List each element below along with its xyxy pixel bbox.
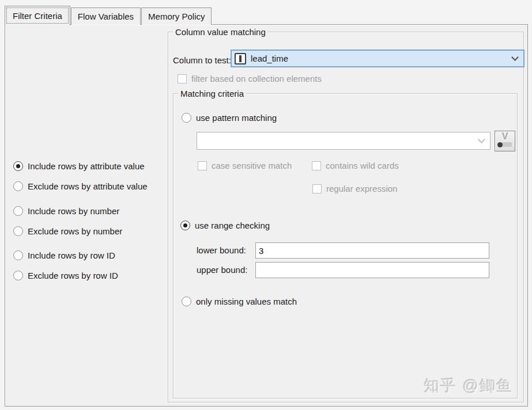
checkbox-icon: [312, 184, 322, 193]
checkbox-label: case sensitive match: [212, 161, 292, 170]
radio-use-range-checking[interactable]: use range checking: [180, 221, 270, 230]
radio-circle-icon: [13, 226, 23, 236]
radio-label: Exclude rows by attribute value: [28, 181, 148, 191]
radio-use-pattern-matching[interactable]: use pattern matching: [182, 113, 277, 123]
chevron-down-icon: [511, 54, 519, 61]
upper-bound-label: upper bound:: [197, 265, 247, 275]
radio-label: Exclude rows by row ID: [28, 271, 118, 280]
tab-flow-variables[interactable]: Flow Variables: [71, 7, 141, 25]
radio-include-by-rowid[interactable]: Include rows by row ID: [13, 250, 115, 260]
checkbox-label: contains wild cards: [326, 161, 399, 170]
case-sensitive-checkbox: case sensitive match: [198, 161, 292, 170]
collection-elements-checkbox: filter based on collection elements: [178, 74, 322, 83]
group-title: Column value matching: [173, 26, 268, 37]
watermark: 知乎 @鲫鱼: [424, 375, 513, 396]
radio-only-missing-values[interactable]: only missing values match: [182, 297, 297, 306]
radio-circle-icon: [13, 250, 23, 260]
pattern-combo: [197, 132, 491, 150]
radio-include-by-attribute[interactable]: Include rows by attribute value: [13, 161, 145, 171]
upper-bound-input[interactable]: [255, 262, 489, 278]
radio-label: Include rows by attribute value: [28, 161, 145, 171]
selected-column-name: lead_time: [251, 54, 512, 63]
tab-bar: Filter Criteria Flow Variables Memory Po…: [5, 6, 212, 25]
checkbox-icon: [198, 161, 207, 170]
lower-bound-label: lower bound:: [197, 245, 246, 255]
integer-column-icon: [235, 53, 246, 64]
radio-label: use range checking: [195, 221, 270, 230]
chevron-down-icon: [478, 136, 485, 143]
checkbox-label: regular expression: [326, 184, 397, 193]
radio-label: Exclude rows by number: [28, 226, 122, 236]
tab-memory-policy[interactable]: Memory Policy: [141, 7, 212, 25]
checkbox-icon: [178, 74, 187, 83]
radio-label: Include rows by row ID: [28, 250, 115, 260]
flow-variable-icon: V: [495, 131, 515, 142]
column-to-test-label: Column to test:: [173, 55, 231, 65]
group-title: Matching criteria: [178, 88, 246, 99]
column-value-matching-group: Column value matching Column to test: le…: [168, 32, 524, 403]
regular-expression-checkbox: regular expression: [312, 184, 397, 193]
radio-circle-icon: [182, 297, 191, 306]
radio-label: use pattern matching: [196, 113, 277, 123]
radio-circle-icon: [13, 181, 23, 191]
radio-exclude-by-rowid[interactable]: Exclude rows by row ID: [13, 271, 118, 280]
radio-circle-icon: [13, 271, 23, 280]
checkbox-label: filter based on collection elements: [191, 74, 322, 83]
radio-circle-icon: [182, 113, 191, 123]
checkbox-icon: [312, 161, 321, 170]
tab-filter-criteria[interactable]: Filter Criteria: [5, 6, 70, 25]
filter-criteria-panel: Include rows by attribute value Exclude …: [5, 24, 528, 407]
matching-criteria-group: Matching criteria use pattern matching V…: [173, 93, 518, 398]
radio-label: only missing values match: [196, 297, 297, 306]
lower-bound-input[interactable]: [255, 242, 489, 259]
radio-circle-icon: [180, 221, 190, 230]
radio-circle-icon: [13, 206, 23, 216]
wild-cards-checkbox: contains wild cards: [312, 161, 399, 170]
radio-label: Include rows by number: [28, 206, 119, 216]
radio-exclude-by-number[interactable]: Exclude rows by number: [13, 226, 122, 236]
flow-variable-button: V: [495, 131, 515, 151]
radio-exclude-by-attribute[interactable]: Exclude rows by attribute value: [13, 181, 148, 191]
radio-circle-icon: [13, 161, 23, 171]
column-to-test-combo[interactable]: lead_time: [231, 50, 525, 67]
radio-include-by-number[interactable]: Include rows by number: [13, 206, 119, 216]
